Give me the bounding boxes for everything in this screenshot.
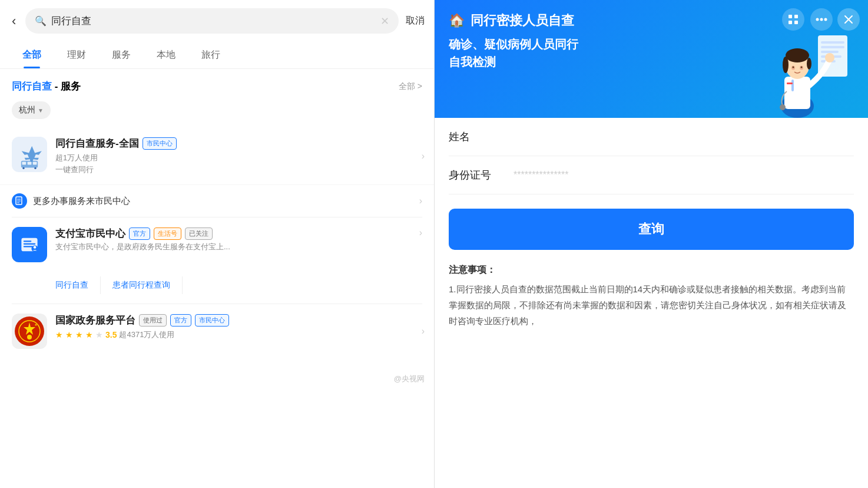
star-3: ★	[75, 330, 83, 339]
city-arrow-icon: ▼	[38, 107, 44, 114]
notes-text: 1.同行密接人员自查的数据范围截止当前日期的14天内和确诊或疑似患者接触的相关数…	[449, 281, 854, 329]
tab-finance[interactable]: 理财	[54, 42, 99, 68]
service-card-2-top: 支付宝市民中心 官方 生活号 已关注 支付宝市民中心，是政府政务民生服务在支付宝…	[12, 227, 422, 262]
back-button[interactable]: ‹	[9, 11, 18, 31]
svg-point-4	[22, 167, 24, 169]
stars-row: ★ ★ ★ ★ ★ 3.5 超4371万人使用	[55, 329, 422, 340]
service-arrow-icon-3: ›	[422, 326, 425, 337]
star-1: ★	[55, 330, 63, 339]
service-meta-1: 超1万人使用	[55, 153, 422, 163]
service-info-2: 支付宝市民中心 官方 生活号 已关注 支付宝市民中心，是政府政务民生服务在支付宝…	[55, 227, 411, 252]
svg-point-5	[34, 167, 36, 169]
star-4-half: ★	[85, 330, 93, 339]
svg-point-27	[820, 18, 823, 21]
service-info-3: 国家政务服务平台 使用过 官方 市民中心 ★ ★ ★ ★ ★ 3.5 超4371…	[55, 314, 422, 340]
service-arrow-icon-2: ›	[419, 227, 422, 238]
notes-section: 注意事项： 1.同行密接人员自查的数据范围截止当前日期的14天内和确诊或疑似患者…	[435, 264, 868, 329]
service-name-2: 支付宝市民中心	[55, 227, 125, 240]
svg-rect-40	[787, 83, 793, 84]
doctor-illustration	[762, 24, 856, 118]
home-icon: 🏠	[449, 13, 465, 28]
action-btn-patient[interactable]: 患者同行程查询	[101, 276, 183, 294]
svg-rect-1	[22, 162, 26, 165]
more-services-text: 更多办事服务来市民中心	[33, 196, 413, 207]
search-bar: ‹ 🔍 同行自查 ✕ 取消	[0, 0, 434, 42]
svg-point-16	[34, 246, 37, 249]
badge-followed-2: 已关注	[185, 227, 213, 240]
left-content: 同行自查 - 服务 全部 > 杭州 ▼	[0, 69, 434, 488]
svg-rect-38	[784, 77, 810, 109]
query-button[interactable]: 查询	[449, 209, 854, 250]
svg-rect-23	[794, 15, 798, 18]
svg-point-42	[786, 48, 809, 62]
left-panel: ‹ 🔍 同行自查 ✕ 取消 全部 理财 服务 本地 旅行 同行自查 - 服务 全…	[0, 0, 434, 488]
more-dots-icon	[816, 18, 827, 21]
section-title: 同行自查 - 服务	[12, 80, 81, 93]
cancel-button[interactable]: 取消	[406, 15, 425, 27]
name-field[interactable]: 姓名	[449, 118, 854, 156]
svg-rect-3	[33, 162, 37, 165]
rp-title: 同行密接人员自查	[471, 12, 574, 29]
svg-point-49	[825, 53, 834, 62]
service-name-row-1: 同行自查服务-全国 市民中心	[55, 137, 422, 150]
service-badge-citizen: 市民中心	[143, 137, 177, 150]
section-title-suffix: - 服务	[52, 81, 81, 92]
city-selector: 杭州 ▼	[12, 101, 422, 119]
star-2: ★	[65, 330, 73, 339]
search-input-wrap[interactable]: 🔍 同行自查 ✕	[25, 8, 399, 34]
svg-point-47	[793, 67, 794, 68]
service-icon-1	[12, 137, 47, 172]
id-label: 身份证号	[449, 168, 513, 182]
close-icon	[844, 15, 853, 24]
service-name-1: 同行自查服务-全国	[55, 137, 139, 150]
svg-rect-32	[821, 41, 844, 44]
travel-service-icon	[15, 140, 44, 169]
service-desc-2: 支付宝市民中心，是政府政务民生服务在支付宝上...	[55, 242, 338, 252]
tab-bar: 全部 理财 服务 本地 旅行	[0, 42, 434, 69]
tab-travel[interactable]: 旅行	[188, 42, 233, 68]
svg-rect-14	[24, 246, 33, 247]
svg-rect-39	[791, 80, 794, 91]
more-services-row[interactable]: 更多办事服务来市民中心 ›	[0, 184, 434, 217]
right-panel: 🏠 同行密接人员自查 确诊、疑似病例人员同行 自我检测	[434, 0, 868, 488]
id-field[interactable]: 身份证号 ***************	[449, 156, 854, 194]
svg-rect-2	[28, 162, 32, 165]
service-name-row-3: 国家政务服务平台 使用过 官方 市民中心	[55, 314, 422, 327]
rp-form: 姓名 身份证号 ***************	[435, 118, 868, 194]
svg-point-50	[780, 104, 786, 110]
svg-rect-33	[821, 46, 844, 48]
city-button[interactable]: 杭州 ▼	[12, 101, 51, 119]
action-btn-tongxing[interactable]: 同行自查	[55, 276, 101, 294]
svg-point-43	[783, 57, 789, 73]
service-card-2[interactable]: 支付宝市民中心 官方 生活号 已关注 支付宝市民中心，是政府政务民生服务在支付宝…	[0, 217, 434, 304]
search-input[interactable]: 同行自查	[51, 14, 376, 28]
doctor-svg	[762, 24, 856, 118]
watermark: @央视网	[394, 374, 425, 384]
section-more-link[interactable]: 全部 >	[399, 81, 422, 92]
city-label: 杭州	[19, 105, 35, 116]
tab-service[interactable]: 服务	[99, 42, 144, 68]
service-card-3[interactable]: 国家政务服务平台 使用过 官方 市民中心 ★ ★ ★ ★ ★ 3.5 超4371…	[0, 304, 434, 358]
users-count: 超4371万人使用	[119, 329, 174, 340]
notes-title: 注意事项：	[449, 264, 854, 276]
service-name-row-2: 支付宝市民中心 官方 生活号 已关注	[55, 227, 411, 240]
rp-header: 🏠 同行密接人员自查 确诊、疑似病例人员同行 自我检测	[435, 0, 868, 118]
service-desc-1: 一键查同行	[55, 164, 338, 175]
svg-rect-34	[821, 51, 839, 53]
svg-rect-22	[789, 15, 792, 18]
badge-official-3: 官方	[170, 314, 191, 327]
clear-icon[interactable]: ✕	[380, 15, 389, 28]
section-title-prefix: 同行自查	[12, 81, 52, 92]
tab-local[interactable]: 本地	[144, 42, 188, 68]
rating-score: 3.5	[105, 330, 117, 339]
service-card-1[interactable]: 同行自查服务-全国 市民中心 超1万人使用 一键查同行 ›	[0, 127, 434, 184]
svg-point-44	[807, 58, 811, 70]
svg-point-48	[801, 67, 803, 68]
service-icon-3	[12, 314, 47, 349]
tab-all[interactable]: 全部	[9, 42, 54, 68]
svg-rect-13	[24, 243, 35, 245]
badge-life-2: 生活号	[154, 227, 181, 240]
service-arrow-icon-1: ›	[422, 151, 425, 161]
svg-point-28	[824, 18, 827, 21]
more-services-arrow-icon: ›	[419, 196, 422, 206]
